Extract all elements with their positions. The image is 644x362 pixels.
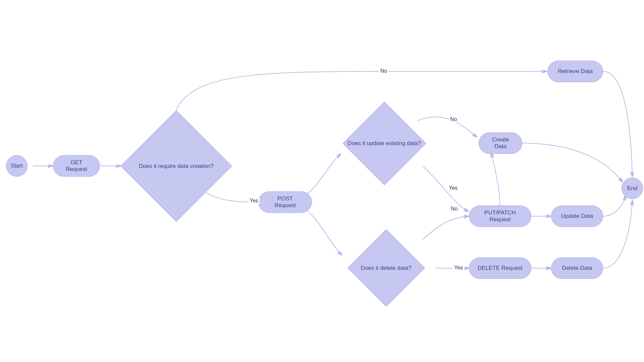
delete-request-label: DELETE Request bbox=[478, 265, 523, 272]
putpatch-request-label: PUT/PATCH Request bbox=[477, 209, 523, 223]
decision-create-node: Does it require data creation? bbox=[120, 110, 232, 222]
edge-label-no1: No bbox=[379, 68, 388, 74]
retrieve-data-label: Retrieve Data bbox=[558, 68, 593, 75]
get-request-label: GET Request bbox=[61, 159, 92, 173]
edge-label-yes3: Yes bbox=[453, 265, 464, 271]
create-data-label: Create Data bbox=[487, 136, 514, 150]
create-data-node: Create Data bbox=[479, 132, 522, 154]
decision-update-label: Does it update existing data? bbox=[347, 140, 421, 147]
start-node: Start bbox=[6, 155, 28, 177]
post-request-label: POST Request bbox=[267, 195, 304, 209]
start-label: Start bbox=[11, 163, 23, 169]
delete-data-node: Delete Data bbox=[551, 257, 603, 279]
update-data-label: Update Data bbox=[561, 213, 593, 220]
edge-label-no3: No bbox=[449, 206, 459, 212]
edge-label-yes1: Yes bbox=[248, 198, 260, 204]
decision-delete-node: Does it delete data? bbox=[347, 229, 425, 307]
update-data-node: Update Data bbox=[551, 205, 603, 227]
edge-label-no2: No bbox=[449, 116, 458, 122]
end-label: End bbox=[627, 185, 637, 192]
end-node: End bbox=[622, 178, 643, 199]
decision-create-label: Does it require data creation? bbox=[139, 163, 214, 170]
decision-delete-label: Does it delete data? bbox=[361, 265, 412, 272]
post-request-node: POST Request bbox=[258, 191, 312, 213]
putpatch-request-node: PUT/PATCH Request bbox=[469, 205, 531, 227]
delete-request-node: DELETE Request bbox=[469, 257, 531, 279]
flowchart-edges bbox=[0, 0, 644, 362]
edge-label-yes2: Yes bbox=[447, 185, 459, 191]
retrieve-data-node: Retrieve Data bbox=[547, 61, 603, 82]
delete-data-label: Delete Data bbox=[562, 265, 592, 272]
get-request-node: GET Request bbox=[53, 155, 100, 177]
decision-update-node: Does it update existing data? bbox=[343, 102, 426, 185]
